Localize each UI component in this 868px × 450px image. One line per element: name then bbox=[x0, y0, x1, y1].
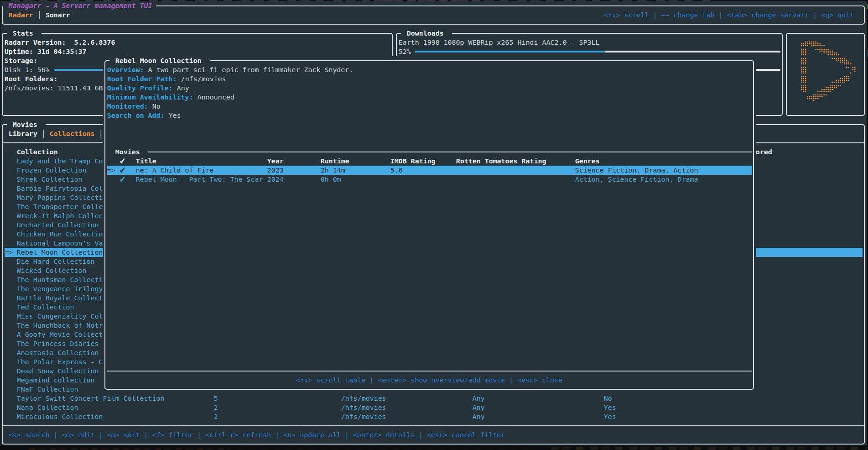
movie-genres-0: Science Fiction, Drama, Action bbox=[575, 166, 698, 175]
movies-help-separator bbox=[3, 425, 864, 426]
modal-field-value-2: Any bbox=[177, 84, 189, 93]
collection-list-item[interactable]: Frozen Collection bbox=[17, 166, 103, 175]
modal-col-title: Title bbox=[136, 157, 156, 166]
selected-movie-marker: => bbox=[107, 166, 115, 175]
movie-title-1: Rebel Moon – Part Two: The Scar bbox=[136, 175, 263, 184]
managarr-play-logo-icon bbox=[798, 38, 864, 103]
downloads-title: Downloads bbox=[401, 29, 452, 38]
modal-table-top-border bbox=[148, 152, 752, 152]
collection-name-cell: Nana Collection bbox=[17, 403, 78, 412]
collection-list-item[interactable]: Dead Snow Collection bbox=[17, 366, 103, 376]
en-dash: – bbox=[91, 357, 94, 366]
collection-list-item[interactable]: Battle Royale Collect bbox=[17, 293, 103, 303]
top-remnant-marks-purple bbox=[374, 0, 479, 1]
bottom-edge-strip bbox=[0, 445, 868, 450]
download-gauge-fill bbox=[415, 51, 605, 52]
modal-field-label-2: Quality Profile: bbox=[107, 84, 173, 93]
movie-check-0: ✔ bbox=[120, 166, 125, 175]
modal-title: Rebel Moon Collection bbox=[109, 56, 210, 65]
collection-name-cell: Miraculous Collection bbox=[17, 412, 103, 421]
modal-field-label-4: Monitored: bbox=[107, 102, 148, 111]
stats-title: Stats bbox=[7, 29, 42, 38]
collection-list-item[interactable]: Ted Collection bbox=[17, 303, 103, 312]
collection-quality-cell: Any bbox=[473, 394, 485, 403]
managarr-app: Managarr – A Servarr management TUI Rada… bbox=[0, 0, 868, 450]
modal-field-label-5: Search on Add: bbox=[107, 111, 165, 120]
collection-list-item[interactable]: Shrek Collection bbox=[17, 175, 103, 184]
collection-list-item[interactable]: Anastasia Collection bbox=[17, 348, 103, 357]
modal-field-value-3: Announced bbox=[198, 93, 234, 102]
collection-search-cell: No bbox=[604, 394, 612, 403]
collection-list-item[interactable]: The Huntsman Collecti bbox=[17, 275, 103, 284]
collection-list-item[interactable]: The Vengeance Trilogy bbox=[17, 284, 103, 293]
modal-table-title: Movies bbox=[109, 147, 148, 157]
modal-table-bottom-border bbox=[107, 371, 752, 372]
collection-list-item[interactable]: Rebel Moon Collection bbox=[17, 248, 103, 257]
collection-count-cell: 2 bbox=[214, 403, 218, 412]
terminal-screen: Managarr – A Servarr management TUI Rada… bbox=[0, 0, 868, 450]
modal-field-value-0: A two-part sci-fi epic from filmmaker Za… bbox=[148, 65, 353, 74]
movie-runtime-0: 2h 14m bbox=[321, 166, 345, 175]
modal-col-year: Year bbox=[267, 157, 284, 166]
collection-list-item[interactable]: Chicken Run Collectio bbox=[17, 230, 103, 239]
modal-field-value-4: No bbox=[152, 102, 161, 111]
collection-list-item[interactable]: Die Hard Collection bbox=[17, 257, 103, 266]
modal-field-label-3: Minimum Availability: bbox=[107, 93, 193, 102]
modal-col-runtime: Runtime bbox=[321, 157, 349, 166]
modal-col-genres: Genres bbox=[575, 157, 600, 166]
modal-field-value-1: /nfs/movies bbox=[181, 74, 226, 84]
movie-year-0: 2023 bbox=[267, 166, 284, 175]
collection-details-modal bbox=[104, 60, 754, 390]
collection-search-cell: Yes bbox=[604, 412, 616, 421]
collection-count-cell: 2 bbox=[214, 412, 218, 421]
collection-list-item[interactable]: National Lampoon's Va bbox=[17, 239, 103, 248]
collection-list-item[interactable]: The Transporter Colle bbox=[17, 202, 103, 211]
collection-list-item[interactable]: FNaF Collection bbox=[17, 385, 103, 394]
selected-collection-marker: => bbox=[5, 248, 13, 257]
collection-list-item[interactable]: Wicked Collection bbox=[17, 266, 103, 275]
movie-genres-1: Action, Science Fiction, Drama bbox=[575, 175, 698, 184]
collection-list-item[interactable]: A Goofy Movie Collect bbox=[17, 330, 103, 339]
movie-check-1: ✔ bbox=[120, 175, 125, 184]
collection-list: Lady and the Tramp CoFrozen CollectionSh… bbox=[17, 157, 103, 394]
movie-year-1: 2024 bbox=[267, 175, 284, 184]
collection-list-item[interactable]: The Hunchback of Notr bbox=[17, 321, 103, 330]
collection-list-item[interactable]: The Princess Diaries bbox=[17, 339, 103, 348]
collection-quality-cell: Any bbox=[473, 403, 485, 412]
collection-list-item[interactable]: Megamind collection bbox=[17, 376, 103, 385]
collection-list-item[interactable]: The Polar Express – C bbox=[17, 357, 103, 366]
modal-col-check: ✔ bbox=[120, 157, 125, 166]
collection-path-cell: /nfs/movies bbox=[341, 412, 386, 421]
movie-title-0: ne: A Child of Fire bbox=[136, 166, 214, 175]
collection-list-item[interactable]: Mary Poppins Collecti bbox=[17, 193, 103, 202]
collection-list-item[interactable]: Uncharted Collection bbox=[17, 220, 103, 230]
bottom-remnant-marks bbox=[237, 448, 529, 450]
movie-imdb-0: 5.6 bbox=[390, 166, 403, 175]
collection-count-cell: 5 bbox=[214, 394, 218, 403]
modal-help: <↑↓> scroll table | <enter> show overvie… bbox=[296, 376, 563, 385]
collection-name-cell: Taylor Swift Concert Film Collection bbox=[17, 394, 165, 403]
collection-path-cell: /nfs/movies bbox=[341, 394, 386, 403]
bottom-remnant-marks bbox=[29, 448, 230, 450]
movie-runtime-1: 0h 0m bbox=[321, 175, 341, 184]
collection-path-cell: /nfs/movies bbox=[341, 403, 386, 412]
collection-list-item[interactable]: Barbie Fairytopia Col bbox=[17, 184, 103, 193]
collection-quality-cell: Any bbox=[473, 412, 485, 421]
en-dash: – bbox=[182, 175, 184, 184]
movies-title: Movies bbox=[7, 120, 46, 129]
modal-field-label-1: Root Folder Path: bbox=[107, 74, 177, 84]
modal-field-label-0: Overview: bbox=[107, 65, 144, 74]
app-title: Managarr – A Servarr management TUI bbox=[3, 1, 156, 10]
modal-col-imdb: IMDB Rating bbox=[390, 157, 436, 166]
modal-field-value-5: Yes bbox=[169, 111, 181, 120]
collection-search-cell: Yes bbox=[604, 403, 616, 412]
bottom-remnant-marks bbox=[551, 447, 867, 450]
modal-col-rt: Rotten Tomatoes Rating bbox=[456, 157, 546, 166]
collection-list-item[interactable]: Lady and the Tramp Co bbox=[17, 157, 103, 166]
en-dash: – bbox=[46, 1, 49, 10]
collection-list-item[interactable]: Wreck-It Ralph Collec bbox=[17, 211, 103, 220]
collection-list-item[interactable]: Miss Congeniality Col bbox=[17, 312, 103, 321]
